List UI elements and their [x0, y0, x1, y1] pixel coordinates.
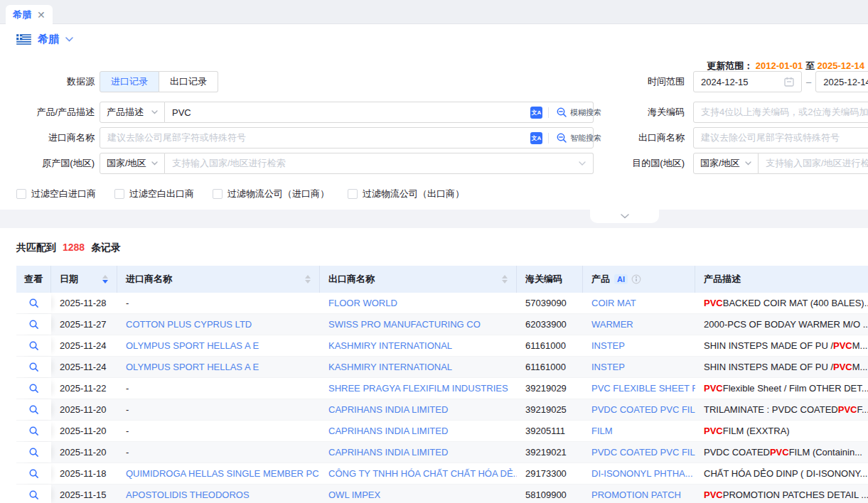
row-view-icon[interactable] [28, 447, 39, 458]
row-view-icon[interactable] [28, 340, 39, 351]
product-type-select[interactable]: 产品描述 [100, 102, 165, 123]
view-cell [16, 293, 51, 313]
importer-link[interactable]: COTTON PLUS CYPRUS LTD [126, 319, 252, 330]
info-icon[interactable] [631, 274, 641, 284]
exporter-link[interactable]: OWL IMPEX [328, 490, 380, 500]
product-link[interactable]: FILM [591, 426, 613, 436]
exporter-input[interactable]: 建议去除公司尾部字符或特殊符号 [693, 127, 868, 148]
col-hs-code: 海关编码 [517, 266, 583, 293]
smart-search-button[interactable]: 智能搜索 [554, 132, 593, 144]
importer-cell: - [117, 442, 320, 463]
row-view-icon[interactable] [28, 426, 39, 436]
checkbox-box[interactable] [348, 189, 358, 199]
filter-checkbox[interactable]: 过滤物流公司（出口商） [348, 188, 464, 200]
start-date-input[interactable]: 2024-12-15 [693, 71, 802, 92]
hs-code-cell: 39219029 [517, 378, 583, 399]
translate-icon[interactable]: 文A [530, 132, 542, 144]
col-exporter[interactable]: 出口商名称 [320, 266, 517, 293]
importer-name: - [126, 404, 129, 415]
hs-code-cell: 39219021 [517, 442, 583, 463]
tab-close-icon[interactable]: ✕ [37, 10, 45, 20]
exporter-link[interactable]: CAPRIHANS INDIA LIMITED [328, 447, 448, 458]
exporter-cell: FLOOR WORLD [320, 293, 517, 313]
translate-icon[interactable]: 文A [530, 107, 542, 119]
product-link[interactable]: PVDC COATED PVC FIL... [591, 447, 695, 458]
import-records-button[interactable]: 进口记录 [100, 71, 159, 92]
checkbox-label: 过滤空白进口商 [31, 188, 96, 200]
tab-greece[interactable]: 希腊 ✕ [6, 5, 53, 24]
product-link[interactable]: WARMER [591, 319, 633, 330]
row-view-icon[interactable] [28, 383, 39, 394]
origin-country-label: 原产国(地区) [0, 157, 95, 170]
export-records-button[interactable]: 出口记录 [159, 71, 218, 92]
exporter-link[interactable]: CAPRIHANS INDIA LIMITED [328, 426, 448, 436]
exporter-link[interactable]: KASHMIRY INTERNATIONAL [328, 340, 452, 351]
destination-country-row: 目的国(地区) 国家/地区 支持输入国家/地区进行检索 [626, 153, 868, 174]
hs-code-input[interactable]: 支持4位以上海关编码，或2位海关编码加 [693, 102, 868, 123]
importer-placeholder: 建议去除公司尾部字符或特殊符号 [100, 131, 530, 144]
col-date[interactable]: 日期 [51, 266, 117, 293]
results-summary: 共匹配到 1288 条记录 [16, 242, 121, 254]
origin-placeholder: 支持输入国家/地区进行检索 [165, 157, 579, 170]
origin-country-row: 原产国(地区) 国家/地区 支持输入国家/地区进行检索 [0, 153, 594, 174]
product-link[interactable]: DI-ISONONYL PHTHA... [591, 468, 693, 479]
exporter-link[interactable]: CAPRIHANS INDIA LIMITED [328, 404, 448, 415]
row-view-icon[interactable] [28, 298, 39, 308]
filter-checkbox[interactable]: 过滤空白进口商 [16, 188, 96, 200]
filter-checkbox[interactable]: 过滤物流公司（进口商） [213, 188, 329, 200]
exporter-link[interactable]: SHREE PRAGYA FLEXIFILM INDUSTRIES [328, 383, 508, 394]
chevron-down-icon [621, 214, 629, 219]
hs-code-label: 海关编码 [626, 106, 685, 119]
chevron-down-icon [151, 110, 158, 114]
time-range-label: 时间范围 [626, 75, 685, 88]
destination-country-input[interactable]: 支持输入国家/地区进行检索 [759, 153, 868, 174]
checkbox-box[interactable] [114, 189, 124, 199]
col-importer[interactable]: 进口商名称 [117, 266, 320, 293]
origin-country-select[interactable]: 国家/地区 [100, 153, 165, 174]
fuzzy-search-button[interactable]: 模糊搜索 [554, 107, 593, 118]
row-view-icon[interactable] [28, 490, 39, 500]
end-date-input[interactable]: 2025-12-14 [815, 71, 868, 92]
sort-icon[interactable] [305, 275, 311, 283]
exporter-link[interactable]: FLOOR WORLD [328, 298, 397, 308]
importer-link[interactable]: OLYMPUS SPORT HELLAS A E [126, 362, 259, 372]
importer-link[interactable]: APOSTOLIDIS THEODOROS [126, 490, 250, 500]
update-range-to: 2025-12-14 [818, 60, 865, 71]
sort-icon[interactable] [102, 275, 108, 283]
product-link[interactable]: INSTEP [591, 340, 625, 351]
product-link[interactable]: PVC FLEXIBLE SHEET F... [591, 383, 695, 394]
row-view-icon[interactable] [28, 319, 39, 330]
exporter-link[interactable]: KASHMIRY INTERNATIONAL [328, 362, 452, 372]
description-cell: TRILAMINATE : PVDC COATED PVC F... [695, 399, 868, 420]
checkbox-box[interactable] [213, 189, 223, 199]
exporter-link[interactable]: CÔNG TY TNHH HÓA CHẤT CHẤT HÓA DẺ... [328, 468, 517, 479]
view-cell [16, 378, 51, 399]
collapse-toggle[interactable] [590, 210, 659, 223]
product-link[interactable]: PVDC COATED PVC FIL... [591, 404, 695, 415]
row-view-icon[interactable] [28, 468, 39, 479]
end-date-value: 2025-12-14 [823, 77, 868, 87]
sort-icon[interactable] [502, 275, 508, 283]
importer-cell: QUIMIDROGA HELLAS SINGLE MEMBER PC [117, 463, 320, 484]
filter-checkbox[interactable]: 过滤空白出口商 [114, 188, 194, 200]
hs-code-cell: 61161000 [517, 357, 583, 377]
destination-country-select[interactable]: 国家/地区 [693, 153, 759, 174]
product-link[interactable]: INSTEP [591, 362, 625, 372]
product-input[interactable]: PVC 文A 模糊搜索 [165, 102, 594, 123]
exporter-cell: SHREE PRAGYA FLEXIFILM INDUSTRIES [320, 378, 517, 399]
importer-link[interactable]: QUIMIDROGA HELLAS SINGLE MEMBER PC [126, 468, 319, 479]
product-link[interactable]: PROMOTION PATCH [591, 490, 681, 500]
exporter-link[interactable]: SWISS PRO MANUFACTURING CO [328, 319, 481, 330]
exporter-cell: KASHMIRY INTERNATIONAL [320, 357, 517, 377]
country-selector[interactable]: 希腊 [16, 33, 73, 46]
row-view-icon[interactable] [28, 404, 39, 415]
product-link[interactable]: COIR MAT [591, 298, 636, 308]
importer-input[interactable]: 建议去除公司尾部字符或特殊符号 文A 智能搜索 [100, 127, 594, 148]
importer-link[interactable]: OLYMPUS SPORT HELLAS A E [126, 340, 259, 351]
divider [548, 107, 549, 118]
checkbox-box[interactable] [16, 189, 26, 199]
exporter-label: 出口商名称 [626, 131, 685, 144]
origin-country-input[interactable]: 支持输入国家/地区进行检索 [165, 153, 594, 174]
description-cell: 2000-PCS OF BODAY WARMER M/O ... [695, 314, 868, 335]
row-view-icon[interactable] [28, 362, 39, 372]
